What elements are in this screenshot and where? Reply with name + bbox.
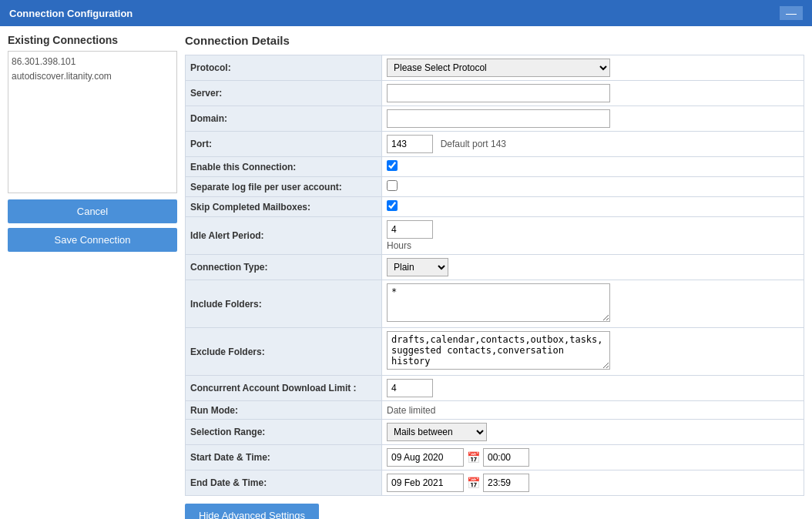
domain-input[interactable] [387,109,610,128]
cancel-button[interactable]: Cancel [8,199,177,223]
protocol-row: Protocol: Please Select Protocol IMAP PO… [186,55,804,81]
title-bar-text: Connection Configuration [9,8,133,19]
concurrent-limit-row: Concurrent Account Download Limit : [186,376,804,401]
concurrent-limit-label: Concurrent Account Download Limit : [186,376,382,401]
port-label: Port: [186,132,382,157]
skip-completed-row: Skip Completed Mailboxes: [186,197,804,217]
end-date-row: End Date & Time: 📅 [186,470,804,496]
domain-row: Domain: [186,106,804,132]
protocol-label: Protocol: [186,55,382,81]
start-time-input[interactable] [483,448,529,467]
title-bar: Connection Configuration — [0,0,812,26]
port-hint: Default port 143 [441,139,506,149]
connection-type-row: Connection Type: Plain SSL TLS [186,255,804,280]
start-date-row: Start Date & Time: 📅 [186,445,804,470]
right-panel: Connection Details Protocol: Please Sele… [185,34,804,519]
end-date-label: End Date & Time: [186,470,382,496]
idle-alert-row: Idle Alert Period: Hours [186,217,804,255]
start-date-input[interactable] [387,448,464,467]
connection-type-select[interactable]: Plain SSL TLS [387,258,448,276]
separate-log-label: Separate log file per user account: [186,177,382,197]
end-date-input[interactable] [387,474,464,492]
enable-connection-label: Enable this Connection: [186,157,382,177]
include-folders-label: Include Folders: [186,280,382,328]
include-folders-row: Include Folders: * [186,280,804,328]
exclude-folders-row: Exclude Folders: drafts,calendar,contact… [186,328,804,376]
server-input[interactable] [387,84,610,102]
idle-alert-label: Idle Alert Period: [186,217,382,255]
existing-connections-heading: Existing Connections [8,34,177,46]
domain-label: Domain: [186,106,382,132]
run-mode-value: Date limited [387,405,435,416]
selection-range-label: Selection Range: [186,420,382,445]
start-date-label: Start Date & Time: [186,445,382,470]
save-connection-button[interactable]: Save Connection [8,228,177,252]
minimize-button[interactable]: — [780,6,803,20]
main-container: Existing Connections 86.301.398.101 auto… [0,26,812,519]
hours-label: Hours [387,240,799,251]
port-row: Port: Default port 143 [186,132,804,157]
connection-type-label: Connection Type: [186,255,382,280]
run-mode-row: Run Mode: Date limited [186,401,804,420]
skip-completed-label: Skip Completed Mailboxes: [186,197,382,217]
selection-range-select[interactable]: Mails between All mails Last N days [387,423,487,441]
end-time-input[interactable] [483,474,529,492]
enable-connection-row: Enable this Connection: [186,157,804,177]
enable-connection-checkbox[interactable] [387,160,398,171]
left-panel: Existing Connections 86.301.398.101 auto… [8,34,177,519]
connection-details-heading: Connection Details [185,34,804,47]
connection-form-table: Protocol: Please Select Protocol IMAP PO… [185,55,804,496]
skip-completed-checkbox[interactable] [387,200,398,211]
exclude-folders-label: Exclude Folders: [186,328,382,376]
exclude-folders-textarea[interactable]: drafts,calendar,contacts,outbox,tasks,su… [387,331,610,370]
include-folders-textarea[interactable]: * [387,283,610,322]
server-label: Server: [186,81,382,106]
server-row: Server: [186,81,804,106]
selection-range-row: Selection Range: Mails between All mails… [186,420,804,445]
list-item[interactable]: autodiscover.litanity.com [12,69,173,84]
start-date-calendar-icon[interactable]: 📅 [467,451,480,464]
hide-advanced-button[interactable]: Hide Advanced Settings [185,504,319,519]
run-mode-label: Run Mode: [186,401,382,420]
protocol-select[interactable]: Please Select Protocol IMAP POP3 Exchang… [387,59,610,77]
list-item[interactable]: 86.301.398.101 [12,55,173,69]
separate-log-row: Separate log file per user account: [186,177,804,197]
end-date-calendar-icon[interactable]: 📅 [467,477,480,489]
idle-alert-input[interactable] [387,220,433,239]
separate-log-checkbox[interactable] [387,180,398,191]
connections-list[interactable]: 86.301.398.101 autodiscover.litanity.com [8,51,177,193]
concurrent-limit-input[interactable] [387,379,433,397]
port-input[interactable] [387,135,433,153]
